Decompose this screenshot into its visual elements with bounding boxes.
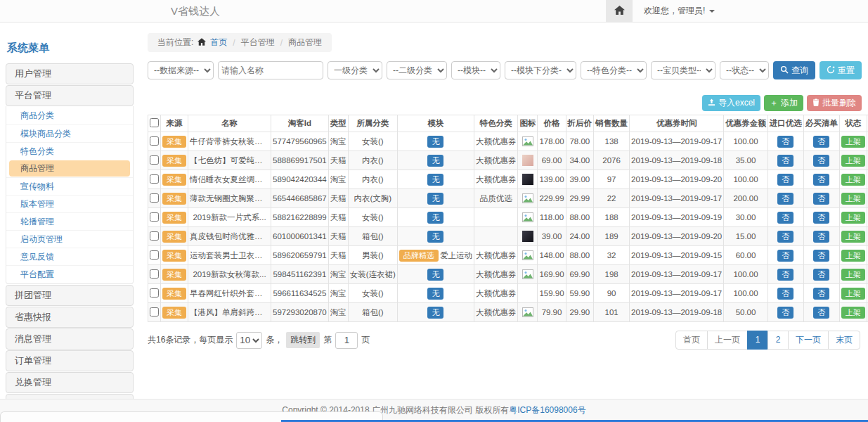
import-select-badge[interactable]: 否	[777, 250, 793, 262]
filter-select-data-source[interactable]: --数据来源--	[148, 61, 214, 79]
reset-button[interactable]: 重置	[820, 61, 862, 79]
row-checkbox[interactable]	[150, 193, 159, 203]
filter-select-level1-category[interactable]: 一级分类	[328, 61, 382, 79]
status-badge[interactable]: 上架	[841, 136, 865, 148]
filter-select-feature-category[interactable]: --特色分类--	[581, 61, 647, 79]
sidebar-group-exchange-management[interactable]: 兑换管理	[6, 372, 134, 393]
filter-select-item-type[interactable]: --宝贝类型--	[651, 61, 715, 79]
breadcrumb-separator: /	[231, 38, 236, 48]
row-checkbox[interactable]	[150, 269, 159, 279]
table-row: 采集2019新款一片式系...588216228899天猫女装()无118.00…	[148, 208, 868, 227]
pager-last[interactable]: 末页	[828, 331, 860, 350]
must-buy-badge[interactable]: 否	[813, 174, 829, 186]
filter-select-module[interactable]: --模块--	[451, 61, 500, 79]
sidebar-item-feature-category[interactable]: 特色分类	[6, 142, 133, 160]
name-cell: 牛仔背带裤女秋装减龄...	[188, 132, 271, 151]
row-checkbox-cell	[148, 170, 161, 189]
module-text: 爱上运动	[440, 251, 472, 260]
breadcrumb-home-link[interactable]: 首页	[210, 37, 227, 49]
sidebar-item-promo-material[interactable]: 宣传物料	[6, 177, 133, 195]
must-buy-badge[interactable]: 否	[813, 250, 829, 262]
home-button[interactable]	[606, 0, 633, 22]
filter-select-module-sub-category[interactable]: --模块下分类--	[505, 61, 576, 79]
import-select-badge[interactable]: 否	[777, 288, 793, 300]
icp-link[interactable]: 粤ICP备16098006号	[509, 405, 585, 415]
pager-page-1[interactable]: 1	[747, 331, 768, 350]
sidebar-item-goods-management[interactable]: 商品管理	[9, 160, 130, 177]
per-page-select[interactable]: 10	[236, 332, 262, 349]
sidebar-item-platform-config[interactable]: 平台配置	[6, 265, 133, 283]
jump-button[interactable]: 跳转到	[286, 332, 320, 348]
row-checkbox[interactable]	[150, 174, 159, 184]
sidebar-group-order-management[interactable]: 订单管理	[6, 350, 134, 371]
user-menu[interactable]: 欢迎您，管理员!	[644, 5, 715, 17]
import-select-badge[interactable]: 否	[777, 307, 793, 319]
table-row: 采集早春网红针织外套女春...596611634525淘宝女装()无大额优惠券1…	[148, 284, 868, 303]
row-checkbox[interactable]	[150, 231, 159, 241]
import-select-badge[interactable]: 否	[777, 269, 793, 281]
type-cell: 天猫	[328, 189, 348, 208]
filter-select-status[interactable]: --状态--	[720, 61, 769, 79]
must-buy-badge[interactable]: 否	[813, 231, 829, 243]
row-checkbox[interactable]	[150, 288, 159, 298]
batch-delete-button[interactable]: 批量删除	[807, 95, 862, 111]
sidebar-group-message-management[interactable]: 消息管理	[6, 328, 134, 350]
pager-next[interactable]: 下一页	[788, 331, 829, 350]
must-buy-badge[interactable]: 否	[813, 269, 829, 281]
status-badge[interactable]: 上架	[841, 288, 865, 300]
select-all-checkbox[interactable]	[150, 118, 159, 127]
status-badge[interactable]: 上架	[841, 212, 865, 224]
sidebar-group-group-buy-management[interactable]: 拼团管理	[6, 285, 134, 306]
discount-price-cell: 78.00	[566, 132, 594, 151]
row-checkbox[interactable]	[150, 136, 159, 146]
must-buy-badge[interactable]: 否	[813, 212, 829, 224]
status-badge[interactable]: 上架	[841, 174, 865, 186]
status-badge[interactable]: 上架	[841, 231, 865, 243]
must-buy-cell: 否	[803, 284, 839, 303]
filter-input-name-search[interactable]	[218, 61, 323, 79]
status-cell: 上架	[839, 208, 867, 227]
must-buy-badge[interactable]: 否	[813, 193, 829, 205]
sidebar-item-carousel-management[interactable]: 轮播管理	[6, 212, 133, 230]
sidebar-item-version-management[interactable]: 版本管理	[6, 195, 133, 212]
import-select-cell: 否	[767, 284, 803, 303]
sidebar-item-splash-management[interactable]: 启动页管理	[6, 230, 133, 248]
sidebar-item-module-goods-category[interactable]: 模块商品分类	[6, 124, 133, 142]
search-button[interactable]: 查询	[773, 61, 815, 79]
pager-page-2[interactable]: 2	[767, 331, 789, 350]
status-badge[interactable]: 上架	[841, 307, 865, 319]
import-select-badge[interactable]: 否	[777, 174, 793, 186]
pager-first[interactable]: 首页	[675, 331, 708, 350]
status-badge[interactable]: 上架	[841, 250, 865, 262]
jump-page-input[interactable]	[335, 332, 358, 349]
taoke-id-cell: 597293020870	[271, 303, 329, 322]
price-cell: 148.00	[538, 246, 566, 265]
row-checkbox[interactable]	[150, 212, 159, 222]
feature-cell: 品质优选	[474, 189, 518, 208]
sidebar-group-platform-management[interactable]: 平台管理	[6, 85, 134, 106]
filter-select-level2-category[interactable]: --二级分类--	[387, 61, 447, 79]
import-excel-button[interactable]: 导入excel	[702, 95, 760, 111]
status-badge[interactable]: 上架	[841, 269, 865, 281]
must-buy-badge[interactable]: 否	[813, 288, 829, 300]
add-button[interactable]: ＋ 添加	[764, 95, 803, 111]
name-cell: 【港风】单肩斜跨链条...	[188, 303, 271, 322]
import-select-badge[interactable]: 否	[777, 155, 793, 167]
status-badge[interactable]: 上架	[841, 155, 865, 167]
must-buy-badge[interactable]: 否	[813, 136, 829, 148]
import-select-badge[interactable]: 否	[777, 231, 793, 243]
import-select-badge[interactable]: 否	[777, 136, 793, 148]
import-select-badge[interactable]: 否	[777, 212, 793, 224]
import-select-badge[interactable]: 否	[777, 193, 793, 205]
must-buy-badge[interactable]: 否	[813, 307, 829, 319]
pager-prev[interactable]: 上一页	[707, 331, 748, 350]
row-checkbox[interactable]	[150, 250, 159, 260]
row-checkbox[interactable]	[150, 307, 159, 316]
must-buy-badge[interactable]: 否	[813, 155, 829, 167]
sidebar-item-goods-category[interactable]: 商品分类	[6, 107, 133, 124]
status-badge[interactable]: 上架	[841, 193, 865, 205]
sidebar-group-user-management[interactable]: 用户管理	[6, 63, 134, 84]
row-checkbox[interactable]	[150, 155, 159, 165]
sidebar-item-feedback[interactable]: 意见反馈	[6, 248, 133, 265]
sidebar-group-saving-express[interactable]: 省惠快报	[6, 307, 134, 328]
